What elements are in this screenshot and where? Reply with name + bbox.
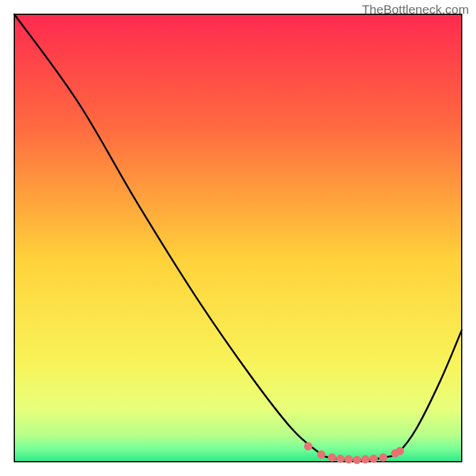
watermark-text: TheBottleneck.com xyxy=(362,2,469,17)
marker-dot xyxy=(396,447,404,455)
marker-dot xyxy=(379,453,387,462)
marker-dot xyxy=(353,456,361,464)
marker-dot xyxy=(304,442,312,450)
chart-svg xyxy=(0,0,476,476)
marker-dot xyxy=(317,450,325,459)
marker-dot xyxy=(336,455,345,463)
chart-container xyxy=(0,0,476,476)
marker-dot xyxy=(345,455,353,464)
plot-background xyxy=(14,14,462,462)
marker-dot xyxy=(361,455,369,464)
marker-dot xyxy=(328,453,336,462)
marker-dot xyxy=(369,455,378,463)
